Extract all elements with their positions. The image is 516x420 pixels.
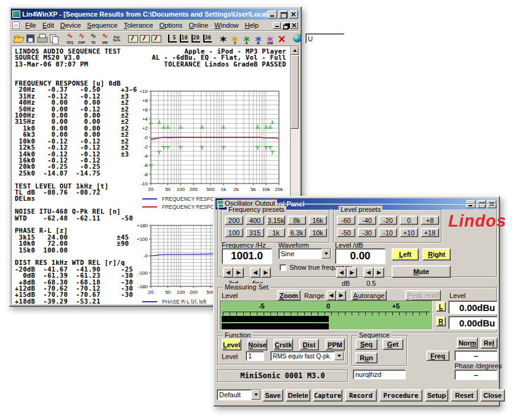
toolbar-save-button[interactable] — [25, 32, 36, 45]
menu-item-sequence[interactable]: Sequence — [84, 20, 121, 30]
frequency-preset-1k[interactable]: 1k — [267, 228, 285, 237]
toolbar-digi-serie-button[interactable]: Digi Serie — [111, 32, 123, 45]
close-button[interactable] — [289, 10, 298, 18]
menu-item-help[interactable]: Help — [242, 20, 262, 30]
frequency-fine-up-button[interactable]: ▶ — [260, 267, 271, 278]
capture-button[interactable]: Capture — [313, 389, 342, 402]
close-button[interactable]: Close — [480, 389, 505, 402]
seq-button[interactable]: Seq — [355, 339, 377, 350]
toolbar-l5-button[interactable]: 5 — [166, 32, 178, 45]
menu-item-tolerance[interactable]: Tolerance — [121, 20, 156, 30]
procedure-button[interactable]: Procedure — [379, 389, 422, 402]
frequency-preset-16k[interactable]: 16k — [308, 216, 327, 225]
mdi-close-button[interactable] — [290, 22, 298, 29]
toolbar-mm-wave-button[interactable]: MM — [99, 32, 111, 45]
mute-button[interactable]: Mute — [392, 265, 451, 278]
level-half-up-button[interactable]: ▶ — [374, 267, 384, 278]
scroll-thumb[interactable] — [291, 55, 299, 129]
frequency-preset-3.15k[interactable]: 3.15k — [267, 216, 285, 225]
lin4win-titlebar[interactable]: Lin4WinXP - [Sequence Results from C:\Do… — [11, 9, 299, 20]
toolbar-meter-3-button[interactable] — [150, 32, 162, 45]
toolbar-seq-wave-button[interactable]: SEQ — [64, 32, 76, 45]
toolbar-delete-x-button[interactable] — [276, 32, 288, 45]
function-crstk-button[interactable]: Crstk — [273, 339, 293, 350]
level-preset--30[interactable]: -30 — [358, 228, 376, 237]
waveform-dropdown[interactable]: Sine — [278, 248, 331, 259]
menu-item-device[interactable]: Device — [57, 20, 84, 30]
run-button[interactable]: Run — [355, 352, 377, 363]
function-noise-button[interactable]: Noise — [248, 339, 267, 350]
level-preset--20[interactable]: -20 — [379, 216, 397, 225]
toolbar-open-folder-button[interactable] — [13, 32, 25, 45]
left-readout-button[interactable]: L — [436, 302, 446, 312]
get-button[interactable]: Get — [382, 339, 403, 350]
toolbar-l30-button[interactable]: 30 — [201, 32, 213, 45]
function-level-input[interactable]: 1 — [246, 351, 264, 361]
level-preset-+8[interactable]: +8 — [421, 216, 439, 225]
reset-button[interactable]: Reset — [451, 389, 478, 402]
toolbar-star-gm-button[interactable]: GM — [264, 32, 276, 45]
right-channel-button[interactable]: Right — [422, 248, 451, 260]
mdi-minimize-button[interactable] — [273, 22, 281, 29]
menu-item-file[interactable]: File — [22, 20, 39, 30]
sequence-name-input[interactable]: nurqlhzd — [353, 370, 406, 379]
mdi-restore-button[interactable] — [281, 22, 289, 29]
range-up-button[interactable]: ▶ — [336, 290, 346, 301]
checkbox-box[interactable] — [280, 264, 286, 271]
level-half-down-button[interactable]: ◀ — [363, 267, 374, 278]
frequency-fine-down-button[interactable]: ◀ — [250, 267, 260, 278]
toolbar-star-z-button[interactable]: Z — [229, 32, 241, 45]
zoom-button[interactable]: Zoom — [277, 290, 300, 301]
toolbar-globe-button[interactable] — [292, 32, 304, 45]
waveform-dropdown-button[interactable] — [321, 249, 331, 259]
toolbar-meter-1-button[interactable] — [127, 32, 139, 45]
scroll-up-button[interactable] — [291, 46, 299, 55]
autorange-button[interactable]: Autorange — [351, 290, 387, 301]
norm-button[interactable]: Norm — [457, 337, 478, 349]
level-preset--10[interactable]: -10 — [379, 228, 397, 237]
range-down-button[interactable]: ◀ — [326, 290, 336, 301]
document-icon[interactable] — [12, 22, 20, 29]
minimize-button[interactable] — [268, 10, 277, 18]
toolbar-tb-wave-button[interactable]: TB — [87, 32, 99, 45]
function-dist-button[interactable]: Dist — [299, 339, 319, 350]
frequency-coarse-down-button[interactable]: ◀ — [223, 267, 233, 278]
detector-dropdown-button[interactable] — [334, 352, 344, 360]
level-preset-0[interactable]: 0 — [400, 216, 418, 225]
toolbar-copy-button[interactable] — [48, 32, 60, 45]
frequency-preset-400[interactable]: 400 — [246, 216, 264, 225]
level-preset--50[interactable]: -50 — [337, 228, 355, 237]
function-ppm-button[interactable]: PPM — [325, 339, 345, 350]
delete-button[interactable]: Delete — [286, 389, 310, 402]
level-preset-+10[interactable]: +10 — [400, 228, 418, 237]
level-preset--60[interactable]: -60 — [337, 216, 355, 225]
level-db-up-button[interactable]: ▶ — [347, 267, 357, 278]
level-preset--40[interactable]: -40 — [358, 216, 376, 225]
toolbar-star-b-button[interactable]: B — [252, 32, 264, 45]
menu-item-edit[interactable]: Edit — [39, 20, 57, 30]
menu-item-online[interactable]: Online — [186, 20, 212, 30]
level-db-down-button[interactable]: ◀ — [336, 267, 347, 278]
toolbar-star-a-button[interactable]: A — [241, 32, 252, 45]
toolbar-l20-button[interactable]: 20 — [190, 32, 201, 45]
right-readout-button[interactable]: R — [436, 317, 446, 326]
toolbar-text-input[interactable] — [305, 33, 345, 44]
record-button[interactable]: Record — [345, 389, 377, 402]
setup-button[interactable]: Setup — [425, 389, 448, 402]
frequency-preset-8k[interactable]: 8k — [288, 216, 306, 225]
save-button[interactable]: Save — [262, 389, 283, 402]
freq-button[interactable]: Freq — [426, 350, 449, 361]
menu-item-window[interactable]: Window — [211, 20, 241, 30]
maximize-button[interactable] — [278, 10, 288, 18]
toolbar-l10-button[interactable]: 10 — [178, 32, 190, 45]
toolbar-swp-wave-button[interactable]: SWP — [76, 32, 87, 45]
toolbar-print-button[interactable] — [36, 32, 48, 45]
frequency-coarse-up-button[interactable]: ▶ — [233, 267, 244, 278]
frequency-preset-100[interactable]: 100 — [225, 228, 243, 237]
menu-item-options[interactable]: Options — [156, 20, 186, 30]
toolbar-meter-2-button[interactable] — [139, 32, 150, 45]
detector-dropdown[interactable]: RMS equiv fast Q-pk. — [270, 351, 344, 361]
function-level-button[interactable]: Level — [222, 339, 241, 350]
toolbar-star-nav-button[interactable] — [217, 32, 229, 45]
rel-button[interactable]: Rel — [480, 337, 498, 349]
